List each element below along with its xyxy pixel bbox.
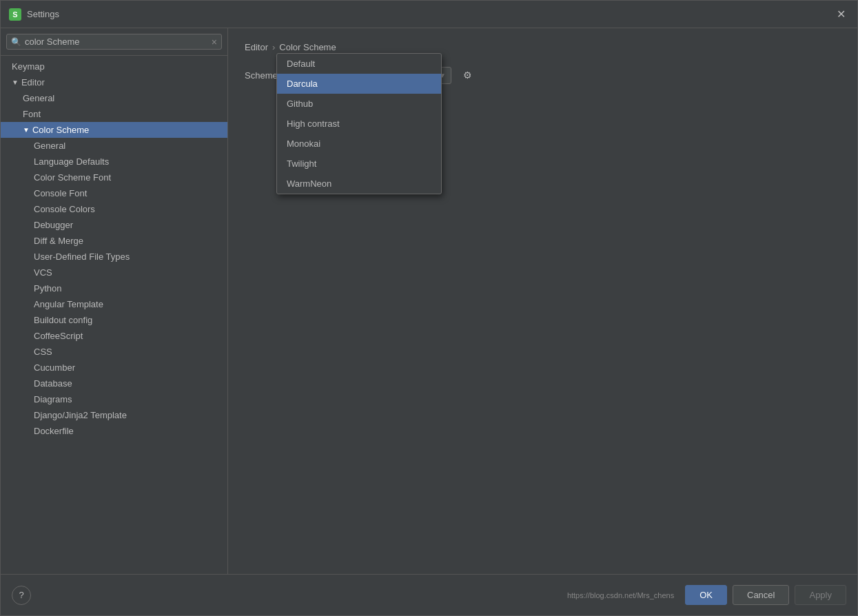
search-bar: 🔍 × xyxy=(1,28,227,56)
sidebar-item-dockerfile[interactable]: Dockerfile xyxy=(1,423,227,439)
sidebar-item-label-buildout-config: Buildout config xyxy=(34,315,92,325)
sidebar-item-label-database: Database xyxy=(34,378,72,389)
dropdown-option-default[interactable]: Default xyxy=(277,54,441,74)
sidebar-item-css[interactable]: CSS xyxy=(1,344,227,360)
sidebar-item-python[interactable]: Python xyxy=(1,280,227,296)
sidebar-item-label-css: CSS xyxy=(34,347,52,357)
help-button[interactable]: ? xyxy=(12,586,31,605)
sidebar-item-label-language-defaults: Language Defaults xyxy=(34,156,109,167)
sidebar-item-label-font: Font xyxy=(23,109,41,119)
sidebar-item-general-2[interactable]: General xyxy=(1,138,227,154)
sidebar-item-label-django-jinja2-template: Django/Jinja2 Template xyxy=(34,410,127,420)
sidebar-item-label-general-2: General xyxy=(34,141,65,151)
bottom-right: https://blog.csdn.net/Mrs_chens OK Cance… xyxy=(567,585,846,605)
sidebar-item-label-angular-template: Angular Template xyxy=(34,299,103,309)
main-content: 🔍 × Keymap▼ EditorGeneralFont▼ Color Sch… xyxy=(1,28,857,574)
sidebar-item-console-colors[interactable]: Console Colors xyxy=(1,201,227,217)
sidebar-item-label-vcs: VCS xyxy=(34,267,52,278)
title-bar: S Settings ✕ xyxy=(1,1,857,28)
sidebar-item-vcs[interactable]: VCS xyxy=(1,265,227,280)
apply-button[interactable]: Apply xyxy=(795,585,846,605)
scheme-dropdown-list: DefaultDarculaGithubHigh contrastMonokai… xyxy=(276,53,442,194)
sidebar-item-editor[interactable]: ▼ Editor xyxy=(1,74,227,90)
dropdown-option-high-contrast[interactable]: High contrast xyxy=(277,114,441,134)
sidebar-item-label-keymap: Keymap xyxy=(12,61,45,72)
search-input[interactable] xyxy=(25,37,212,47)
clear-search-button[interactable]: × xyxy=(212,37,217,47)
sidebar-item-label-console-colors: Console Colors xyxy=(34,204,95,214)
dropdown-option-darcula[interactable]: Darcula xyxy=(277,74,441,94)
search-wrapper: 🔍 × xyxy=(6,34,222,50)
dropdown-option-warmneon[interactable]: WarmNeon xyxy=(277,174,441,194)
sidebar-item-label-user-defined-file-types: User-Defined File Types xyxy=(34,251,130,262)
sidebar-item-debugger[interactable]: Debugger xyxy=(1,217,227,233)
sidebar-item-database[interactable]: Database xyxy=(1,376,227,391)
dropdown-option-twilight[interactable]: Twilight xyxy=(277,154,441,174)
sidebar-item-console-font[interactable]: Console Font xyxy=(1,185,227,201)
cancel-button[interactable]: Cancel xyxy=(733,585,789,605)
sidebar-item-diff-merge[interactable]: Diff & Merge xyxy=(1,233,227,249)
bottom-bar: ? https://blog.csdn.net/Mrs_chens OK Can… xyxy=(1,574,857,615)
sidebar-item-diagrams[interactable]: Diagrams xyxy=(1,391,227,407)
breadcrumb-separator: › xyxy=(272,42,275,52)
sidebar-tree: Keymap▼ EditorGeneralFont▼ Color SchemeG… xyxy=(1,56,227,574)
sidebar-item-django-jinja2-template[interactable]: Django/Jinja2 Template xyxy=(1,407,227,423)
sidebar-item-label-coffeescript: CoffeeScript xyxy=(34,331,83,341)
sidebar-item-label-dockerfile: Dockerfile xyxy=(34,426,74,436)
sidebar-item-color-scheme[interactable]: ▼ Color Scheme xyxy=(1,122,227,138)
sidebar-item-angular-template[interactable]: Angular Template xyxy=(1,296,227,312)
breadcrumb-editor: Editor xyxy=(245,42,268,52)
footer-url: https://blog.csdn.net/Mrs_chens xyxy=(567,591,674,599)
sidebar-item-label-diagrams: Diagrams xyxy=(34,394,72,404)
gear-button[interactable]: ⚙ xyxy=(458,66,477,84)
dropdown-option-monokai[interactable]: Monokai xyxy=(277,134,441,154)
sidebar: 🔍 × Keymap▼ EditorGeneralFont▼ Color Sch… xyxy=(1,28,228,574)
sidebar-item-label-console-font: Console Font xyxy=(34,188,87,198)
sidebar-item-label-color-scheme: Color Scheme xyxy=(32,125,89,135)
sidebar-item-language-defaults[interactable]: Language Defaults xyxy=(1,154,227,170)
breadcrumb-current: Color Scheme xyxy=(279,42,336,52)
sidebar-item-general-1[interactable]: General xyxy=(1,90,227,106)
sidebar-item-color-scheme-font[interactable]: Color Scheme Font xyxy=(1,170,227,185)
right-panel: Editor › Color Scheme Scheme: DefaultDar… xyxy=(228,28,857,574)
sidebar-item-user-defined-file-types[interactable]: User-Defined File Types xyxy=(1,249,227,265)
sidebar-item-label-color-scheme-font: Color Scheme Font xyxy=(34,172,111,183)
dropdown-option-github[interactable]: Github xyxy=(277,94,441,114)
sidebar-item-buildout-config[interactable]: Buildout config xyxy=(1,312,227,328)
tree-arrow-color-scheme: ▼ xyxy=(23,126,30,134)
sidebar-item-label-cucumber: Cucumber xyxy=(34,362,75,373)
sidebar-item-label-editor: Editor xyxy=(21,77,45,88)
search-icon: 🔍 xyxy=(11,37,21,47)
ok-button[interactable]: OK xyxy=(685,585,727,605)
sidebar-item-label-python: Python xyxy=(34,283,61,294)
sidebar-item-label-general-1: General xyxy=(23,93,54,103)
sidebar-item-font[interactable]: Font xyxy=(1,106,227,122)
sidebar-item-cucumber[interactable]: Cucumber xyxy=(1,360,227,376)
sidebar-item-label-debugger: Debugger xyxy=(34,220,73,230)
breadcrumb: Editor › Color Scheme xyxy=(245,42,841,52)
app-icon: S xyxy=(9,8,21,21)
window-title: Settings xyxy=(27,9,833,19)
settings-dialog: S Settings ✕ 🔍 × Keymap▼ EditorGeneralFo… xyxy=(0,0,858,616)
sidebar-item-keymap[interactable]: Keymap xyxy=(1,59,227,74)
sidebar-item-coffeescript[interactable]: CoffeeScript xyxy=(1,328,227,344)
tree-arrow-editor: ▼ xyxy=(12,79,19,86)
close-button[interactable]: ✕ xyxy=(833,6,849,23)
sidebar-item-label-diff-merge: Diff & Merge xyxy=(34,236,83,246)
